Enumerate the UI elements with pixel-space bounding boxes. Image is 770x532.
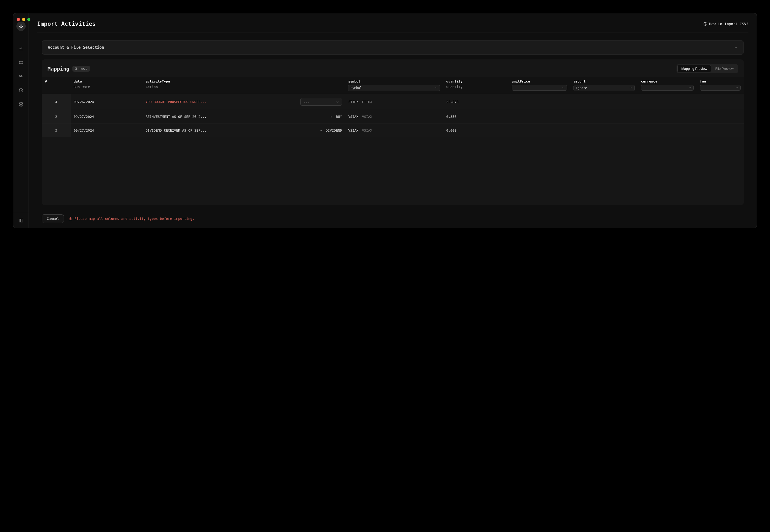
panel-icon [19, 218, 23, 223]
activity-type-select[interactable]: ... [300, 98, 342, 106]
row-empty [638, 124, 697, 137]
sidebar-item-holdings[interactable] [17, 72, 25, 81]
row-empty [697, 110, 744, 124]
col-activity-sub: Action [146, 85, 342, 89]
row-empty [638, 110, 697, 124]
currency-select[interactable] [641, 85, 694, 91]
tab-file-preview[interactable]: File Preview [712, 65, 737, 72]
row-empty [509, 110, 570, 124]
sidebar-item-settings[interactable] [17, 100, 25, 109]
sidebar [13, 13, 29, 228]
help-link-label: How to Import CSV? [709, 22, 748, 26]
col-activity-label: activityType [146, 79, 342, 83]
chevron-down-icon [336, 100, 339, 104]
col-fee-label: fee [700, 79, 741, 83]
close-icon[interactable] [17, 18, 20, 21]
row-index: 3 [42, 124, 71, 137]
col-amount-label: amount [574, 79, 635, 83]
fee-select[interactable] [700, 85, 741, 91]
chevron-down-icon [435, 86, 438, 90]
activity-raw-text: DIVIDEND RECEIVED AS OF SEP... [146, 128, 316, 133]
amount-select[interactable]: Ignore [574, 85, 635, 91]
sidebar-toggle[interactable] [17, 216, 25, 225]
svg-point-2 [22, 26, 23, 27]
preview-toggle: Mapping Preview File Preview [677, 64, 738, 73]
activity-raw-text: REINVESTMENT AS OF SEP-26-2... [146, 114, 326, 119]
row-empty [638, 94, 697, 110]
row-date: 09/26/2024 [71, 94, 142, 110]
col-symbol-label: symbol [348, 79, 440, 83]
svg-point-1 [19, 26, 20, 27]
help-circle-icon [703, 22, 707, 26]
row-quantity: 0.356 [443, 110, 509, 124]
gear-icon [19, 102, 23, 107]
grid-icon [19, 24, 23, 29]
col-date-sub: Run Date [74, 85, 139, 89]
app-window: Import Activities How to Import CSV? Acc… [13, 13, 757, 228]
col-quantity-label: quantity [446, 79, 506, 83]
sidebar-item-dashboard[interactable] [17, 44, 25, 53]
svg-point-10 [705, 25, 706, 25]
chart-line-icon [19, 46, 23, 51]
col-index: # [45, 79, 67, 83]
account-file-panel[interactable]: Account & File Selection [42, 40, 744, 55]
svg-rect-8 [19, 219, 23, 222]
page-title: Import Activities [37, 21, 95, 27]
row-empty [570, 94, 638, 110]
table-row: 209/27/2024REINVESTMENT AS OF SEP-26-2..… [42, 110, 744, 124]
tab-mapping-preview[interactable]: Mapping Preview [677, 65, 711, 72]
mapping-title: Mapping [47, 66, 69, 72]
row-empty [697, 94, 744, 110]
row-date: 09/27/2024 [71, 110, 142, 124]
row-symbol: VSIAXVSIAX [345, 124, 443, 137]
row-empty [570, 124, 638, 137]
window-controls [13, 16, 34, 23]
svg-point-7 [20, 104, 22, 105]
alert-triangle-icon [69, 217, 72, 221]
chevron-down-icon [688, 86, 691, 89]
svg-point-3 [21, 27, 21, 28]
mapping-card: Mapping 3 rows Mapping Preview File Prev… [42, 59, 744, 205]
wallet-icon [19, 60, 23, 65]
activity-mapped-type: BUY [336, 115, 342, 119]
activity-mapped-type: DIVIDEND [326, 128, 342, 132]
main-content: Import Activities How to Import CSV? Acc… [29, 13, 757, 228]
row-symbol: VSIAXVSIAX [345, 110, 443, 124]
coins-icon [19, 74, 23, 79]
symbol-select[interactable]: Symbol [348, 85, 440, 91]
cancel-button[interactable]: Cancel [42, 214, 64, 223]
col-date-label: date [74, 79, 139, 83]
table-row: 309/27/2024DIVIDEND RECEIVED AS OF SEP..… [42, 124, 744, 137]
row-activity: YOU BOUGHT PROSPECTUS UNDER...... [142, 94, 345, 110]
sidebar-item-accounts[interactable] [17, 58, 25, 67]
maximize-icon[interactable] [27, 18, 30, 21]
history-icon [19, 88, 23, 93]
help-link[interactable]: How to Import CSV? [703, 22, 748, 26]
row-empty [509, 94, 570, 110]
row-index: 2 [42, 110, 71, 124]
row-date: 09/27/2024 [71, 124, 142, 137]
rows-badge: 3 rows [72, 66, 90, 72]
col-unitprice-label: unitPrice [512, 79, 567, 83]
svg-point-0 [21, 25, 21, 25]
sidebar-item-history[interactable] [17, 86, 25, 95]
warning-message: Please map all columns and activity type… [69, 217, 194, 221]
chevron-down-icon [629, 86, 632, 90]
arrow-right-icon: → [330, 115, 332, 119]
chevron-down-icon [734, 45, 738, 50]
chevron-down-icon [735, 86, 738, 89]
arrow-right-icon: → [320, 128, 322, 132]
row-quantity: 0.000 [443, 124, 509, 137]
account-file-label: Account & File Selection [48, 45, 104, 50]
table-row: 409/26/2024YOU BOUGHT PROSPECTUS UNDER..… [42, 94, 744, 110]
unitprice-select[interactable] [512, 85, 567, 91]
row-empty [509, 124, 570, 137]
minimize-icon[interactable] [22, 18, 25, 21]
row-quantity: 22.879 [443, 94, 509, 110]
chevron-down-icon [562, 86, 565, 89]
row-activity: REINVESTMENT AS OF SEP-26-2...→BUY [142, 110, 345, 124]
row-empty [697, 124, 744, 137]
row-symbol: FTIHXFTIHX [345, 94, 443, 110]
svg-rect-4 [19, 61, 23, 64]
mapping-table: # date Run Date activityType Action [42, 77, 744, 137]
